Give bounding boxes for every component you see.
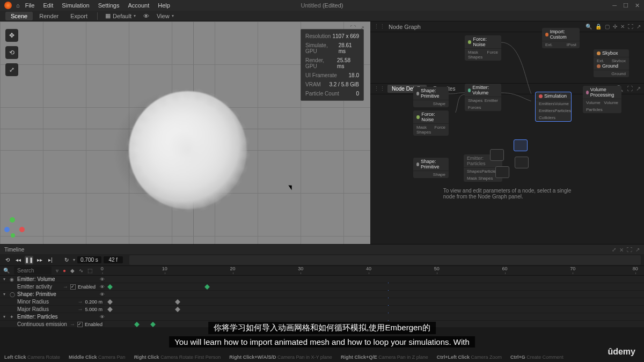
time-readout[interactable]: 0.700 s [77, 256, 101, 263]
popout-icon[interactable]: ↗ [636, 24, 641, 29]
link-icon[interactable]: → [70, 321, 75, 327]
node-emitter-volume[interactable]: Emitter: Volume ShapesEmitter Forces [465, 84, 501, 111]
status-hint: Camera Zoom [471, 354, 502, 360]
status-key: Ctrl+G [510, 354, 525, 360]
home-icon[interactable]: ⌂ [16, 2, 20, 9]
expand-icon[interactable]: ⛶ [627, 85, 633, 92]
keyframe[interactable] [107, 307, 113, 312]
search-icon[interactable]: 🔍 [586, 24, 592, 29]
drag-handle-icon[interactable]: ⋮⋮ [374, 85, 385, 92]
node-force-noise-1[interactable]: Force: Noise Mask ShapesForce [465, 35, 501, 61]
ruler[interactable]: 0 10 20 30 40 50 60 70 80 [97, 265, 641, 277]
node-force-noise-2[interactable]: Force: Noise Mask ShapesForce [413, 110, 449, 136]
link-icon[interactable]: → [77, 306, 83, 312]
menu-help[interactable]: Help [158, 2, 170, 9]
eye-toggle[interactable]: 👁 [140, 13, 152, 19]
shape-icon: ◯ [10, 292, 15, 297]
close-icon[interactable]: ✕ [620, 24, 625, 29]
snap-icon[interactable]: ⬚ [87, 268, 92, 274]
keyframe[interactable] [204, 284, 210, 290]
track-row[interactable]: Major Radius → 5.000 m [0, 306, 644, 313]
axis-gizmo[interactable] [4, 217, 26, 239]
link-icon[interactable]: → [63, 284, 68, 290]
port: Emitters [539, 108, 554, 113]
clear-icon[interactable]: ⨯ [619, 247, 624, 253]
menu-edit[interactable]: Edit [43, 2, 53, 9]
minimize-icon[interactable]: ─ [612, 2, 617, 9]
track-row[interactable]: Emitter activity → Enabled 👁 [0, 283, 644, 291]
focus-icon[interactable]: ✣ [613, 24, 617, 29]
track-value[interactable]: 0.200 m [85, 299, 105, 305]
node-shape-primitive-2[interactable]: Shape: Primitive Shape [413, 158, 449, 178]
tab-scene[interactable]: Scene [5, 12, 33, 20]
popout-icon[interactable]: ↗ [636, 85, 641, 92]
skip-end-icon[interactable]: ▸| [46, 256, 55, 264]
tab-render[interactable]: Render [34, 12, 64, 20]
node-volume-processing[interactable]: Volume Processing VolumeVolume Particles [583, 86, 621, 113]
prev-frame-icon[interactable]: ◂◂ [14, 256, 23, 264]
expand-icon[interactable]: ⛶ [628, 24, 633, 29]
keyframe[interactable] [107, 284, 113, 290]
collapse-icon[interactable]: ▾ [3, 314, 8, 319]
link-icon[interactable]: → [77, 299, 83, 305]
node-simulation[interactable]: Simulation EmittersVolume EmittersPartic… [536, 92, 571, 121]
menu-file[interactable]: File [25, 2, 35, 9]
view-menu[interactable]: View ▾ [153, 13, 177, 19]
drag-handle-icon[interactable]: ⋮⋮ [374, 23, 385, 30]
visibility-icon[interactable]: 👁 [100, 284, 105, 290]
viewport[interactable]: ✥ ⟲ ⤢ ⛶ ↗ Resolution1107 x 669 Simulate,… [0, 21, 370, 244]
particles-icon: ✦ [10, 314, 15, 320]
close-icon[interactable]: ✕ [635, 2, 640, 9]
visibility-icon[interactable]: 👁 [100, 277, 105, 282]
key-icon[interactable]: ◆ [70, 268, 75, 274]
box-icon[interactable]: ▢ [605, 24, 610, 29]
default-preset[interactable]: ▦ Default ▾ [102, 12, 139, 19]
checkbox[interactable] [77, 322, 83, 327]
node-ground[interactable]: Ground Ground [594, 62, 629, 77]
track-row[interactable]: Minor Radius → 0.200 m [0, 298, 644, 306]
node-import[interactable]: Import: Custom Ext.IPost [542, 28, 580, 48]
search-icon: 🔍 [3, 268, 10, 274]
menu-simulation[interactable]: Simulation [62, 2, 89, 9]
filter-icon[interactable]: ▿ [56, 268, 58, 274]
scale-tool-icon[interactable]: ⤢ [5, 63, 18, 76]
track-row[interactable]: ▾ ◯ Shape: Primitive 👁 [0, 291, 644, 298]
rotate-tool-icon[interactable]: ⟲ [5, 46, 18, 59]
expand-icon[interactable]: ⛶ [627, 247, 632, 253]
pause-icon[interactable]: ❚❚ [25, 256, 33, 264]
tab-export[interactable]: Export [65, 12, 93, 20]
collapse-icon[interactable]: ▾ [3, 292, 8, 297]
next-frame-icon[interactable]: ▸▸ [35, 256, 44, 264]
menu-settings[interactable]: Settings [98, 2, 120, 9]
visibility-icon[interactable]: 👁 [100, 292, 105, 297]
popout-icon[interactable]: ↗ [635, 247, 640, 253]
curve-icon[interactable]: ∿ [79, 268, 83, 274]
visibility-icon[interactable]: 👁 [100, 314, 105, 320]
node-title: Simulation [544, 93, 567, 99]
keyframe[interactable] [107, 299, 113, 305]
frame-readout[interactable]: 42 f [104, 256, 123, 263]
move-tool-icon[interactable]: ✥ [5, 29, 18, 42]
keyframe[interactable] [175, 307, 180, 312]
track-row[interactable]: ▾ ✦ Emitter: Particles 👁 [0, 313, 644, 321]
keyframe[interactable] [150, 322, 156, 327]
rewind-icon[interactable]: ⟲ [3, 256, 12, 264]
record-icon[interactable]: ● [63, 268, 66, 274]
menu-account[interactable]: Account [128, 2, 149, 9]
chevron-down-icon[interactable]: ▾ [73, 257, 75, 262]
collapse-icon[interactable]: ⤢ [612, 247, 616, 253]
keyframe[interactable] [175, 299, 180, 305]
maximize-icon[interactable]: ☐ [623, 2, 628, 9]
node-shape-primitive-1[interactable]: Shape: Primitive Shape [413, 87, 449, 107]
collapse-icon[interactable]: ▾ [3, 277, 8, 282]
track-value[interactable]: 5.000 m [85, 307, 105, 312]
checkbox[interactable] [70, 284, 76, 290]
loop-icon[interactable]: ↻ [62, 256, 71, 264]
track-row[interactable]: ▾ ◉ Emitter: Volume 👁 [0, 276, 644, 283]
timeline-scrubber[interactable] [129, 255, 641, 265]
search-input[interactable] [14, 267, 52, 275]
lock-icon[interactable]: 🔒 [595, 24, 602, 29]
track-area[interactable]: ▾ ◉ Emitter: Volume 👁 Emitter activity →… [0, 276, 644, 327]
keyframe[interactable] [134, 322, 140, 327]
node-canvas[interactable]: Import: Custom Ext.IPost Force: Noise Ma… [370, 32, 644, 83]
